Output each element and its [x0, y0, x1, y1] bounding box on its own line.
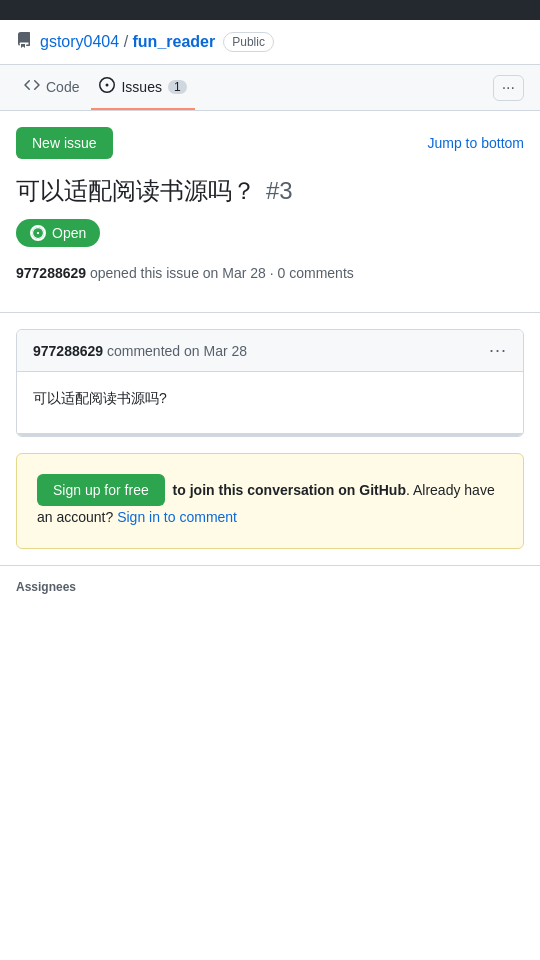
signup-button[interactable]: Sign up for free — [37, 474, 165, 506]
comment-date: commented on Mar 28 — [107, 343, 247, 359]
comment-text: 可以适配阅读书源吗? — [33, 390, 167, 406]
comment-box: 977288629 commented on Mar 28 ··· 可以适配阅读… — [16, 329, 524, 437]
owner-link[interactable]: gstory0404 — [40, 33, 119, 50]
open-status-icon — [30, 225, 46, 241]
nav-tabs: Code Issues 1 ··· — [0, 65, 540, 111]
issue-meta: 977288629 opened this issue on Mar 28 · … — [16, 263, 524, 284]
issue-title-text: 可以适配阅读书源吗？ — [16, 175, 256, 207]
code-icon — [24, 77, 40, 96]
tab-code-label: Code — [46, 79, 79, 95]
repo-icon — [16, 32, 32, 52]
comment-more-button[interactable]: ··· — [489, 340, 507, 361]
divider — [0, 312, 540, 313]
signin-link[interactable]: Sign in to comment — [117, 509, 237, 525]
issue-title-section: 可以适配阅读书源吗？ #3 Open 977288629 opened this… — [0, 175, 540, 296]
repo-path: gstory0404 / fun_reader — [40, 33, 215, 51]
tab-issues[interactable]: Issues 1 — [91, 65, 194, 110]
signup-section: Sign up for free to join this conversati… — [16, 453, 524, 549]
more-options-button[interactable]: ··· — [493, 75, 524, 101]
repo-name-link[interactable]: fun_reader — [133, 33, 216, 50]
issue-author[interactable]: 977288629 — [16, 265, 86, 281]
issues-icon — [99, 77, 115, 96]
issue-number: #3 — [266, 177, 293, 205]
tab-issues-label: Issues — [121, 79, 161, 95]
comment-author[interactable]: 977288629 — [33, 343, 103, 359]
issue-title-row: 可以适配阅读书源吗？ #3 — [16, 175, 524, 207]
issues-count-badge: 1 — [168, 80, 187, 94]
assignees-section: Assignees — [0, 565, 540, 606]
comment-bottom-border — [17, 433, 523, 436]
tab-code[interactable]: Code — [16, 65, 87, 110]
status-label: Open — [52, 225, 86, 241]
new-issue-button[interactable]: New issue — [16, 127, 113, 159]
assignees-label: Assignees — [16, 580, 76, 594]
status-badge: Open — [16, 219, 100, 247]
comment-body: 可以适配阅读书源吗? — [17, 372, 523, 425]
jump-to-bottom-link[interactable]: Jump to bottom — [428, 135, 525, 151]
public-badge: Public — [223, 32, 274, 52]
issue-toolbar: New issue Jump to bottom — [0, 111, 540, 175]
issue-meta-text: opened this issue on Mar 28 · 0 comments — [90, 265, 354, 281]
signup-middle-text: to join this conversation on GitHub — [169, 482, 406, 498]
comment-header: 977288629 commented on Mar 28 ··· — [17, 330, 523, 372]
repo-header: gstory0404 / fun_reader Public — [0, 20, 540, 65]
comment-header-left: 977288629 commented on Mar 28 — [33, 343, 247, 359]
top-bar — [0, 0, 540, 20]
